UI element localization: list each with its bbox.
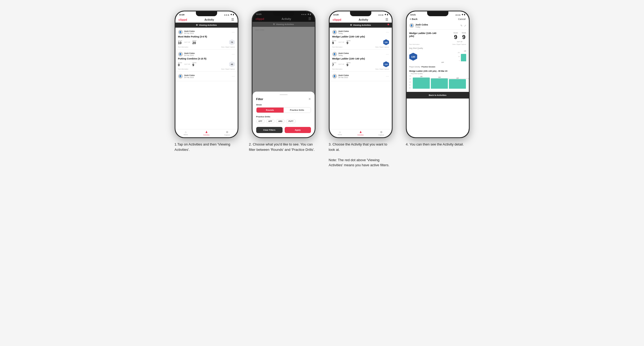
phone-1-more-3[interactable]: ··· xyxy=(232,75,235,78)
wifi-icon: ⊛ xyxy=(230,14,232,16)
phone-3-caption-1: 3. Choose the Activity that you want to … xyxy=(329,142,387,152)
phone-1-status-icons: ▲▲▲ ⊛ ▮ xyxy=(224,14,234,16)
phone-1-card-2[interactable]: 👤 Josh Coles 28 Feb 2023 ··· Putting Com… xyxy=(175,50,238,72)
phone-1-column: 13:20 ▲▲▲ ⊛ ▮ clippd Activity ☰ ⚙ View xyxy=(172,11,241,152)
filter-pill-putt[interactable]: PUTT xyxy=(286,119,296,123)
phone-4-bar-chart: 140 120 100 80 60 132 129 xyxy=(409,75,466,89)
phone-1-more-2[interactable]: ··· xyxy=(232,53,235,56)
phone-3-caption: 3. Choose the Activity that you want to … xyxy=(329,142,393,168)
phone-1-stats-1: Score 10 OUT OF Shots 20 75 xyxy=(178,39,235,45)
filter-pills: OTT APP ARG PUTT xyxy=(256,119,311,123)
phone-1-nav-activities[interactable]: ♟ Activities xyxy=(196,130,217,136)
phone-2-filter-overlay: Filter ✕ Show Rounds Practice Drills Pra… xyxy=(252,11,315,137)
phone-1-date-3: 28 Feb 2023 xyxy=(184,76,195,78)
filter-handle xyxy=(280,94,288,95)
home-icon-3: ⌂ xyxy=(339,130,341,134)
phone-4-bar-3: 124 xyxy=(449,79,466,89)
phone-4-bar-1: 132 xyxy=(413,78,430,89)
expand-icon[interactable]: ⤢ xyxy=(464,24,466,27)
phone-3-sq-1: 130 xyxy=(383,39,389,45)
filter-pill-ott[interactable]: OTT xyxy=(256,119,265,123)
back-button[interactable]: < Back xyxy=(410,18,418,20)
phone-3-frame: 13:20 ▲▲▲ ⊛ ▮ clippd Activity ☰ ⚙ Viewin… xyxy=(329,11,393,138)
phone-3-more-3[interactable]: ··· xyxy=(386,75,389,78)
phone-1-bottom-nav: ⌂ Home ♟ Activities ⊕ Capture xyxy=(175,129,238,137)
phone-1-info-2: Test Information xyxy=(178,68,188,70)
phone-3-data-2: Data: Clippd Capture xyxy=(375,68,389,70)
phone-3-shots-1: 9 xyxy=(347,41,351,45)
filter-header: Filter ✕ xyxy=(256,97,311,101)
phone-4-activity-type: Practice Session xyxy=(422,66,435,68)
phone-1-nav-home[interactable]: ⌂ Home xyxy=(175,130,196,136)
phone-3-score-1: 9 xyxy=(332,41,336,45)
phone-1-nav-activities-label: Activities xyxy=(203,134,210,136)
phone-4-bar-2: 129 xyxy=(431,78,448,89)
filter-close-icon[interactable]: ✕ xyxy=(308,97,311,101)
capture-icon-3: ⊕ xyxy=(380,130,382,134)
phone-4-bar-val-1: 132 xyxy=(413,76,430,77)
phone-3-info-2: Test Information xyxy=(332,68,343,70)
phone-1-card-3-partial: 👤 Josh Coles 28 Feb 2023 ··· xyxy=(175,72,238,81)
phone-1-more-1[interactable]: ··· xyxy=(232,31,235,34)
phone-1-card-1[interactable]: 👤 Josh Coles 28 Feb 2023 ··· Must Make P… xyxy=(175,28,238,50)
phone-4-battery-icon: ▮ xyxy=(464,14,465,16)
cancel-button[interactable]: Cancel xyxy=(458,18,465,20)
phone-3-banner[interactable]: ⚙ Viewing Activities xyxy=(330,23,392,28)
phone-3-nav-home[interactable]: ⌂ Home xyxy=(330,130,350,136)
phone-1-nav-capture[interactable]: ⊕ Capture xyxy=(217,130,238,136)
phone-1-frame: 13:20 ▲▲▲ ⊛ ▮ clippd Activity ☰ ⚙ View xyxy=(175,11,238,138)
phone-3-nav-capture[interactable]: ⊕ Capture xyxy=(371,130,392,136)
phone-1-date-1: 28 Feb 2023 xyxy=(184,32,195,34)
phone-1-logo: clippd xyxy=(179,18,187,21)
capture-icon: ⊕ xyxy=(226,130,228,134)
phone-3-time: 13:20 xyxy=(333,14,339,16)
phone-4-time: 13:21 xyxy=(410,14,416,16)
phone-3-card-2[interactable]: 👤 Josh Coles Today ··· Wedge Ladder (100… xyxy=(330,50,392,72)
phone-4-frame: 13:21 ▲▲▲ ⊛ ▮ < Back Cancel 👤 Josh xyxy=(406,11,470,138)
filter-practice-label: Practice Drills xyxy=(256,116,311,118)
phone-2-caption: 2. Choose what you'd like to see. You ca… xyxy=(249,142,318,152)
filter-pill-arg[interactable]: ARG xyxy=(276,119,285,123)
signal-icon: ▲▲▲ xyxy=(224,14,230,16)
phone-4-player-activity: Player Activity › Practice Session xyxy=(407,65,469,69)
phone-4-shots: 9 xyxy=(462,34,466,41)
phone-3-nav-title: Activity xyxy=(359,18,368,21)
phone-1-outof-1: OUT OF xyxy=(184,41,190,43)
phone-3-more-1[interactable]: ··· xyxy=(386,31,389,34)
clear-filters-button[interactable]: Clear Filters xyxy=(256,127,283,133)
filter-tab-practice[interactable]: Practice Drills xyxy=(284,108,311,113)
phone-3-menu-icon[interactable]: ☰ xyxy=(385,18,388,22)
phone-1-time: 13:20 xyxy=(179,14,184,16)
phone-4-signal-icon: ▲▲▲ xyxy=(455,14,461,16)
phone-3-more-2[interactable]: ··· xyxy=(386,53,389,56)
phone-1-user-1: 👤 Josh Coles 28 Feb 2023 xyxy=(178,30,195,35)
phone-3-card-1[interactable]: 👤 Josh Coles Today ··· Wedge Ladder (100… xyxy=(330,28,392,50)
phone-1-banner[interactable]: ⚙ Viewing Activities xyxy=(175,23,238,28)
phone-1-username-2: Josh Coles xyxy=(184,52,195,54)
phone-1-stats-2: Score 0 OUT OF Shots 9 45 xyxy=(178,61,235,67)
phone-4-caption: 4. You can then see the Activity detail. xyxy=(406,142,470,147)
phone-4-chart-title: Wedge Ladder (100–140 yds) - 06 Mar 23 xyxy=(409,70,466,72)
back-to-activities-button[interactable]: Back to Activities xyxy=(407,92,469,99)
phone-3-nav-activities-label: Activities xyxy=(357,134,364,136)
filter-show-label: Show xyxy=(256,104,311,106)
phone-3-signal-icon: ▲▲▲ xyxy=(378,14,384,16)
phone-1-outof-2: OUT OF xyxy=(184,63,190,65)
filter-pill-app[interactable]: APP xyxy=(266,119,275,123)
edit-icon[interactable]: ✎ xyxy=(460,24,462,27)
phone-4-detail-icons: ✎ ⤢ xyxy=(460,24,466,27)
filter-tabs: Rounds Practice Drills xyxy=(256,107,311,113)
phone-3-nav-activities[interactable]: ♟ Activities xyxy=(350,130,371,136)
phone-2-screen: 13:21 ▲▲▲ ⊛ ▮ clippd Activity ☰ ⚙ Viewin… xyxy=(252,11,315,137)
phone-3-cards: 👤 Josh Coles Today ··· Wedge Ladder (100… xyxy=(330,28,392,129)
phone-4-column: 13:21 ▲▲▲ ⊛ ▮ < Back Cancel 👤 Josh xyxy=(403,11,472,147)
phone-1-sq-2: 45 xyxy=(229,61,235,67)
phone-1-menu-icon[interactable]: ☰ xyxy=(231,18,234,22)
phone-3-sq-2: 118 xyxy=(383,61,389,67)
phone-4-avatar: 👤 xyxy=(409,23,414,28)
filter-tab-rounds[interactable]: Rounds xyxy=(256,108,284,113)
home-icon: ⌂ xyxy=(185,130,187,134)
apply-button[interactable]: Apply xyxy=(285,127,311,133)
phone-3-logo: clippd xyxy=(333,18,341,21)
phone-3-title-1: Wedge Ladder (100–140 yds) xyxy=(332,35,389,38)
